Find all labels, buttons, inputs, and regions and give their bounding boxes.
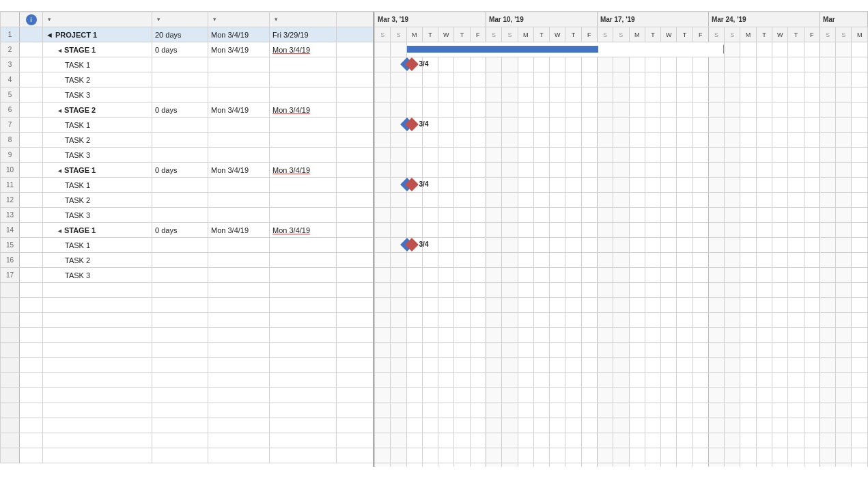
start-cell[interactable] xyxy=(208,57,270,72)
duration-cell[interactable] xyxy=(152,253,208,268)
table-row[interactable]: 6◄STAGE 20 daysMon 3/4/19Mon 3/4/19 xyxy=(1,103,375,118)
start-cell[interactable] xyxy=(208,208,270,223)
table-row[interactable]: 14◄STAGE 10 daysMon 3/4/19Mon 3/4/19 xyxy=(1,223,375,238)
duration-cell[interactable] xyxy=(152,208,208,223)
start-cell[interactable] xyxy=(208,238,270,253)
finish-cell[interactable] xyxy=(270,238,337,253)
table-row[interactable]: 17TASK 3 xyxy=(1,268,375,283)
task-name-cell[interactable]: TASK 3 xyxy=(43,268,152,283)
finish-cell[interactable] xyxy=(270,208,337,223)
start-cell[interactable]: Mon 3/4/19 xyxy=(208,27,270,42)
finish-cell[interactable]: Fri 3/29/19 xyxy=(270,27,337,42)
predecessor-cell[interactable] xyxy=(337,87,375,103)
table-row[interactable]: 13TASK 3 xyxy=(1,208,375,223)
duration-cell[interactable]: 0 days xyxy=(152,103,208,118)
predecessor-cell[interactable] xyxy=(337,178,375,193)
table-row[interactable]: 2◄STAGE 10 daysMon 3/4/19Mon 3/4/19 xyxy=(1,42,375,57)
start-header[interactable]: ▾ xyxy=(208,12,270,27)
table-row[interactable]: 1◄ PROJECT 120 daysMon 3/4/19Fri 3/29/19 xyxy=(1,27,375,42)
finish-cell[interactable] xyxy=(270,87,337,103)
task-name-cell[interactable]: ◄STAGE 1 xyxy=(43,223,152,238)
table-row[interactable]: 16TASK 2 xyxy=(1,253,375,268)
table-row[interactable]: 4TASK 2 xyxy=(1,72,375,87)
duration-cell[interactable] xyxy=(152,72,208,87)
finish-cell[interactable] xyxy=(270,118,337,133)
start-cell[interactable] xyxy=(208,72,270,87)
start-cell[interactable]: Mon 3/4/19 xyxy=(208,163,270,178)
duration-cell[interactable] xyxy=(152,118,208,133)
finish-cell[interactable] xyxy=(270,253,337,268)
finish-cell[interactable] xyxy=(270,72,337,87)
predecessor-cell[interactable] xyxy=(337,42,375,57)
task-name-cell[interactable]: TASK 2 xyxy=(43,133,152,148)
start-cell[interactable] xyxy=(208,178,270,193)
info-icon[interactable]: i xyxy=(26,14,37,25)
table-row[interactable]: 3TASK 1 xyxy=(1,57,375,72)
start-cell[interactable]: Mon 3/4/19 xyxy=(208,223,270,238)
gantt-pane[interactable]: Mar 3, '19Mar 10, '19Mar 17, '19Mar 24, … xyxy=(374,12,868,467)
task-name-cell[interactable]: TASK 3 xyxy=(43,87,152,103)
predecessor-cell[interactable] xyxy=(337,118,375,133)
start-cell[interactable] xyxy=(208,253,270,268)
predecessor-cell[interactable] xyxy=(337,148,375,163)
table-row[interactable]: 11TASK 1 xyxy=(1,178,375,193)
finish-cell[interactable] xyxy=(270,148,337,163)
predecessor-cell[interactable] xyxy=(337,163,375,178)
duration-cell[interactable] xyxy=(152,193,208,208)
finish-cell[interactable]: Mon 3/4/19 xyxy=(270,103,337,118)
duration-cell[interactable] xyxy=(152,238,208,253)
predecessor-cell[interactable] xyxy=(337,133,375,148)
table-row[interactable]: 10◄STAGE 10 daysMon 3/4/19Mon 3/4/19 xyxy=(1,163,375,178)
duration-cell[interactable]: 20 days xyxy=(152,27,208,42)
start-cell[interactable] xyxy=(208,87,270,103)
finish-cell[interactable] xyxy=(270,133,337,148)
duration-cell[interactable] xyxy=(152,148,208,163)
finish-cell[interactable]: Mon 3/4/19 xyxy=(270,42,337,57)
finish-cell[interactable]: Mon 3/4/19 xyxy=(270,163,337,178)
start-dropdown[interactable]: ▾ xyxy=(213,16,216,23)
task-name-cell[interactable]: TASK 2 xyxy=(43,253,152,268)
finish-cell[interactable]: Mon 3/4/19 xyxy=(270,223,337,238)
predecessor-cell[interactable] xyxy=(337,27,375,42)
task-name-cell[interactable]: TASK 2 xyxy=(43,72,152,87)
start-cell[interactable] xyxy=(208,118,270,133)
finish-cell[interactable] xyxy=(270,57,337,72)
predecessor-cell[interactable] xyxy=(337,208,375,223)
predecessor-cell[interactable] xyxy=(337,72,375,87)
finish-cell[interactable] xyxy=(270,193,337,208)
table-row[interactable]: 15TASK 1 xyxy=(1,238,375,253)
start-cell[interactable] xyxy=(208,193,270,208)
task-name-cell[interactable]: TASK 1 xyxy=(43,57,152,72)
task-name-cell[interactable]: ◄STAGE 2 xyxy=(43,103,152,118)
predecessor-cell[interactable] xyxy=(337,238,375,253)
duration-cell[interactable] xyxy=(152,87,208,103)
start-cell[interactable]: Mon 3/4/19 xyxy=(208,103,270,118)
table-row[interactable]: 5TASK 3 xyxy=(1,87,375,103)
duration-cell[interactable] xyxy=(152,178,208,193)
finish-cell[interactable] xyxy=(270,178,337,193)
duration-cell[interactable] xyxy=(152,133,208,148)
table-row[interactable]: 9TASK 3 xyxy=(1,148,375,163)
task-name-cell[interactable]: ◄STAGE 1 xyxy=(43,42,152,57)
start-cell[interactable] xyxy=(208,148,270,163)
table-row[interactable]: 12TASK 2 xyxy=(1,193,375,208)
finish-header[interactable]: ▾ xyxy=(270,12,337,27)
predecessor-cell[interactable] xyxy=(337,268,375,283)
task-name-cell[interactable]: TASK 3 xyxy=(43,208,152,223)
start-cell[interactable] xyxy=(208,133,270,148)
predecessor-cell[interactable] xyxy=(337,253,375,268)
start-cell[interactable] xyxy=(208,268,270,283)
predecessor-cell[interactable] xyxy=(337,103,375,118)
task-name-cell[interactable]: TASK 1 xyxy=(43,178,152,193)
task-name-cell[interactable]: TASK 1 xyxy=(43,238,152,253)
duration-cell[interactable]: 0 days xyxy=(152,163,208,178)
table-row[interactable]: 7TASK 1 xyxy=(1,118,375,133)
predecessor-cell[interactable] xyxy=(337,57,375,72)
duration-cell[interactable] xyxy=(152,57,208,72)
duration-header[interactable]: ▾ xyxy=(152,12,208,27)
duration-dropdown[interactable]: ▾ xyxy=(157,16,160,23)
task-name-cell[interactable]: ◄STAGE 1 xyxy=(43,163,152,178)
task-name-cell[interactable]: ◄ PROJECT 1 xyxy=(43,27,152,42)
predecessor-cell[interactable] xyxy=(337,223,375,238)
finish-cell[interactable] xyxy=(270,268,337,283)
